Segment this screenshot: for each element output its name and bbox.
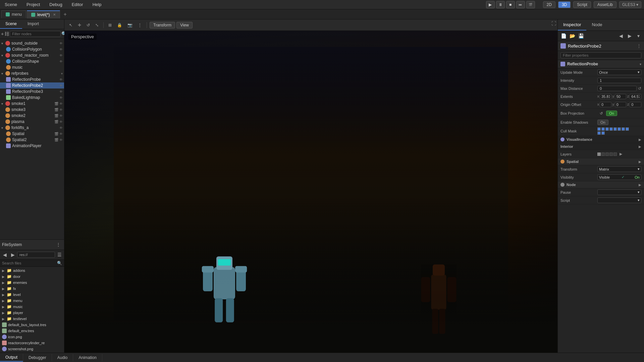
- tree-item-reflectionprobe2[interactable]: ReflectionProbe2 👁: [0, 82, 64, 88]
- tree-item-collision-polygon[interactable]: CollisionPolygon 👁: [0, 46, 64, 52]
- pause-dropdown[interactable]: ▾: [597, 189, 641, 195]
- vis-sound-reactor[interactable]: 👁: [59, 54, 63, 57]
- vp-lock-tool[interactable]: 🔒: [115, 22, 124, 28]
- tree-item-sound-outside[interactable]: ▾ sound_outside 👁: [0, 40, 64, 46]
- vis-collision-polygon[interactable]: 👁: [59, 48, 63, 51]
- fs-item-enemies[interactable]: ▶ 📁 enemies: [0, 280, 64, 286]
- origin-z-input[interactable]: [630, 102, 641, 107]
- vp-scale-tool[interactable]: ⤡: [93, 22, 101, 28]
- layer-cell-4[interactable]: [609, 153, 613, 156]
- filter-nodes-input[interactable]: [10, 31, 61, 37]
- filesystem-options-button[interactable]: ⋮: [55, 241, 62, 248]
- cull-cell-1[interactable]: [597, 127, 601, 131]
- cull-cell-7[interactable]: [622, 127, 625, 131]
- bottom-tab-animation[interactable]: Animation: [73, 354, 102, 361]
- box-projection-refresh-button[interactable]: ↺: [597, 110, 605, 117]
- fs-item-music[interactable]: ▶ 📁 music: [0, 304, 64, 310]
- enable-shadows-toggle[interactable]: On: [597, 120, 608, 125]
- play-button[interactable]: ▶: [486, 1, 495, 8]
- tree-item-bakedlightmap[interactable]: BakedLightmap 👁: [0, 95, 64, 101]
- vp-more-tool[interactable]: ⋮: [136, 22, 144, 28]
- tab-level-close[interactable]: ✕: [53, 13, 56, 16]
- tree-item-refprobes[interactable]: ▾ refprobes ▾: [0, 70, 64, 76]
- visual-instance-section[interactable]: VisualInstance ▶: [558, 136, 644, 143]
- tab-menu[interactable]: menu: [1, 10, 26, 18]
- cull-cell-4[interactable]: [609, 127, 613, 131]
- bottom-tab-audio[interactable]: Audio: [52, 354, 73, 361]
- fs-item-addons[interactable]: ▶ 📁 addons: [0, 267, 64, 274]
- extents-x-input[interactable]: [600, 94, 611, 99]
- fs-item-player[interactable]: ▶ 📁 player: [0, 310, 64, 316]
- origin-x-input[interactable]: [600, 102, 611, 107]
- vp-rotate-tool[interactable]: ↺: [85, 22, 92, 28]
- node-options-icon[interactable]: ⋮: [637, 43, 641, 49]
- layer-cell-1[interactable]: [597, 153, 601, 156]
- fs-forward-button[interactable]: ▶: [9, 251, 16, 258]
- bottom-tab-output[interactable]: Output: [0, 354, 23, 362]
- maximize-viewport-button[interactable]: ⛶: [551, 21, 556, 26]
- box-projection-toggle[interactable]: On: [606, 111, 617, 116]
- cull-cell-9[interactable]: [597, 131, 601, 135]
- stop-button[interactable]: ■: [506, 1, 515, 8]
- mode-assetlib[interactable]: AssetLib: [594, 1, 616, 8]
- fs-item-screenshot[interactable]: screenshot.png: [0, 346, 64, 352]
- mode-3d[interactable]: 3D: [558, 1, 571, 8]
- vis-reflectionprobe2[interactable]: 👁: [59, 84, 63, 87]
- cull-cell-3[interactable]: [605, 127, 609, 131]
- vp-select-tool[interactable]: ↖: [67, 22, 74, 28]
- cull-cell-8[interactable]: [626, 127, 629, 131]
- menu-scene[interactable]: Scene: [3, 1, 19, 8]
- insp-back-button[interactable]: ◀: [617, 32, 625, 40]
- tree-item-smoke1[interactable]: ▾ smoke1 🎬 👁: [0, 101, 64, 107]
- tab-import[interactable]: Import: [22, 19, 44, 29]
- insp-history-button[interactable]: ▾: [635, 32, 642, 40]
- tree-item-reflectionprobe1[interactable]: ReflectionProbe 👁: [0, 76, 64, 82]
- origin-y-input[interactable]: [615, 102, 627, 107]
- fs-item-default-env[interactable]: default_env.tres: [0, 328, 64, 334]
- menu-editor[interactable]: Editor: [70, 1, 85, 8]
- fs-back-button[interactable]: ◀: [1, 251, 8, 258]
- update-mode-dropdown[interactable]: Once ▾: [597, 69, 641, 75]
- visibility-dropdown[interactable]: Visible ✓ On: [597, 174, 641, 180]
- insp-save-button[interactable]: 💾: [577, 32, 585, 40]
- interior-section[interactable]: Interior ▶: [558, 143, 644, 150]
- fs-item-level[interactable]: ▶ 📁 level: [0, 292, 64, 298]
- vis-refprobes[interactable]: ▾: [61, 72, 63, 75]
- max-distance-input[interactable]: [597, 86, 637, 91]
- layer-cell-2[interactable]: [601, 153, 605, 156]
- vp-transform-button[interactable]: Transform: [150, 22, 175, 28]
- cull-cell-2[interactable]: [601, 127, 605, 131]
- fs-item-fx[interactable]: ▶ 📁 fx: [0, 286, 64, 292]
- script-dropdown[interactable]: ▾: [597, 197, 641, 203]
- vis-reflectionprobe1[interactable]: 👁: [59, 78, 63, 81]
- vis-forklifts[interactable]: 👁: [59, 126, 63, 130]
- cull-cell-10[interactable]: [601, 131, 605, 135]
- filter-properties-input[interactable]: [560, 52, 641, 58]
- tree-item-music[interactable]: music: [0, 64, 64, 70]
- tab-node[interactable]: Node: [586, 19, 607, 31]
- fs-item-bus-layout[interactable]: default_bus_layout.tres: [0, 322, 64, 328]
- intensity-input[interactable]: [597, 78, 641, 83]
- fs-item-door[interactable]: ▶ 📁 door: [0, 274, 64, 280]
- cull-cell-5[interactable]: [613, 127, 617, 131]
- gles-badge[interactable]: GLES3 ▾: [619, 1, 641, 8]
- node-section[interactable]: Node ▶: [558, 181, 644, 188]
- layer-cell-5[interactable]: [613, 153, 617, 156]
- vp-camera-tool[interactable]: 📷: [125, 22, 135, 28]
- extents-y-input[interactable]: [615, 94, 627, 99]
- vis-bakedlightmap[interactable]: 👁: [59, 96, 63, 100]
- tree-item-collision-shape[interactable]: CollisionShape 👁: [0, 58, 64, 64]
- fs-item-menu[interactable]: ▶ 📁 menu: [0, 298, 64, 304]
- menu-debug[interactable]: Debug: [47, 1, 64, 8]
- instance-button[interactable]: ⛓: [4, 30, 9, 38]
- fs-item-icon[interactable]: icon.png: [0, 334, 64, 340]
- fs-layout-button[interactable]: ☰: [56, 251, 63, 258]
- tab-level[interactable]: level(*) ✕: [27, 10, 60, 18]
- reflection-probe-section[interactable]: ReflectionProbe ▾: [558, 60, 644, 68]
- insp-forward-button[interactable]: ▶: [626, 32, 633, 40]
- insp-new-script-button[interactable]: 📄: [560, 32, 567, 40]
- menu-help[interactable]: Help: [91, 1, 104, 8]
- tree-item-reflectionprobe3[interactable]: ReflectionProbe3 👁: [0, 88, 64, 95]
- vp-snap-tool[interactable]: ⊞: [106, 22, 114, 28]
- add-node-button[interactable]: +: [1, 30, 4, 38]
